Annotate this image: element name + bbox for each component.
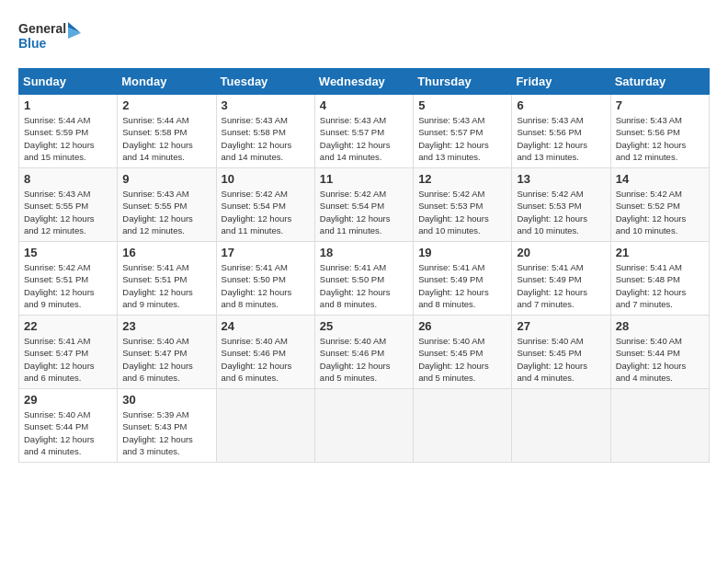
day-number: 4	[320, 98, 408, 112]
calendar-cell	[610, 389, 709, 463]
day-info: Sunrise: 5:40 AM Sunset: 5:46 PM Dayligh…	[320, 335, 408, 384]
day-info: Sunrise: 5:44 AM Sunset: 5:59 PM Dayligh…	[24, 114, 112, 163]
day-number: 6	[517, 98, 605, 112]
calendar-cell: 3Sunrise: 5:43 AM Sunset: 5:58 PM Daylig…	[216, 95, 314, 168]
day-number: 25	[320, 319, 408, 333]
day-info: Sunrise: 5:43 AM Sunset: 5:56 PM Dayligh…	[517, 114, 605, 163]
week-row-1: 1Sunrise: 5:44 AM Sunset: 5:59 PM Daylig…	[19, 95, 710, 168]
calendar-cell: 12Sunrise: 5:42 AM Sunset: 5:53 PM Dayli…	[414, 168, 512, 242]
calendar-header-row: SundayMondayTuesdayWednesdayThursdayFrid…	[19, 69, 710, 95]
day-info: Sunrise: 5:40 AM Sunset: 5:45 PM Dayligh…	[418, 335, 506, 384]
page-header: GeneralBlue	[18, 18, 710, 59]
calendar-cell: 15Sunrise: 5:42 AM Sunset: 5:51 PM Dayli…	[19, 242, 118, 316]
calendar-cell: 26Sunrise: 5:40 AM Sunset: 5:45 PM Dayli…	[414, 316, 512, 389]
calendar-cell: 29Sunrise: 5:40 AM Sunset: 5:44 PM Dayli…	[19, 389, 118, 463]
calendar-cell: 27Sunrise: 5:40 AM Sunset: 5:45 PM Dayli…	[512, 316, 610, 389]
day-number: 19	[418, 246, 506, 259]
calendar-cell: 9Sunrise: 5:43 AM Sunset: 5:55 PM Daylig…	[118, 168, 216, 242]
day-number: 30	[122, 393, 210, 407]
day-info: Sunrise: 5:41 AM Sunset: 5:50 PM Dayligh…	[222, 261, 310, 310]
col-header-monday: Monday	[118, 69, 216, 95]
day-info: Sunrise: 5:43 AM Sunset: 5:58 PM Dayligh…	[222, 114, 310, 163]
logo-svg: GeneralBlue	[18, 18, 83, 59]
day-number: 21	[616, 246, 704, 259]
calendar-cell: 22Sunrise: 5:41 AM Sunset: 5:47 PM Dayli…	[19, 316, 118, 389]
col-header-saturday: Saturday	[610, 69, 709, 95]
week-row-4: 22Sunrise: 5:41 AM Sunset: 5:47 PM Dayli…	[19, 316, 710, 389]
day-info: Sunrise: 5:40 AM Sunset: 5:44 PM Dayligh…	[24, 408, 112, 457]
calendar-cell: 25Sunrise: 5:40 AM Sunset: 5:46 PM Dayli…	[314, 316, 413, 389]
calendar-cell: 7Sunrise: 5:43 AM Sunset: 5:56 PM Daylig…	[610, 95, 709, 168]
logo: GeneralBlue	[18, 18, 83, 59]
day-info: Sunrise: 5:42 AM Sunset: 5:52 PM Dayligh…	[616, 188, 704, 236]
day-info: Sunrise: 5:44 AM Sunset: 5:58 PM Dayligh…	[122, 114, 210, 163]
day-number: 8	[24, 172, 112, 186]
calendar-cell: 13Sunrise: 5:42 AM Sunset: 5:53 PM Dayli…	[512, 168, 610, 242]
day-number: 20	[517, 246, 605, 259]
day-info: Sunrise: 5:41 AM Sunset: 5:50 PM Dayligh…	[320, 261, 408, 310]
col-header-wednesday: Wednesday	[314, 69, 413, 95]
day-info: Sunrise: 5:41 AM Sunset: 5:49 PM Dayligh…	[418, 261, 506, 310]
day-info: Sunrise: 5:42 AM Sunset: 5:53 PM Dayligh…	[418, 188, 506, 236]
calendar-cell	[314, 389, 413, 463]
day-number: 28	[616, 319, 704, 333]
calendar-cell: 6Sunrise: 5:43 AM Sunset: 5:56 PM Daylig…	[512, 95, 610, 168]
day-number: 10	[222, 172, 310, 186]
day-number: 22	[24, 319, 112, 333]
calendar-cell: 1Sunrise: 5:44 AM Sunset: 5:59 PM Daylig…	[19, 95, 118, 168]
day-info: Sunrise: 5:42 AM Sunset: 5:54 PM Dayligh…	[222, 188, 310, 236]
svg-text:Blue: Blue	[18, 36, 47, 51]
day-number: 27	[517, 319, 605, 333]
day-info: Sunrise: 5:43 AM Sunset: 5:57 PM Dayligh…	[418, 114, 506, 163]
calendar-cell: 5Sunrise: 5:43 AM Sunset: 5:57 PM Daylig…	[414, 95, 512, 168]
svg-text:General: General	[18, 21, 66, 36]
day-number: 23	[122, 319, 210, 333]
calendar-cell: 28Sunrise: 5:40 AM Sunset: 5:44 PM Dayli…	[610, 316, 709, 389]
col-header-sunday: Sunday	[19, 69, 118, 95]
day-info: Sunrise: 5:43 AM Sunset: 5:56 PM Dayligh…	[616, 114, 704, 163]
day-number: 15	[24, 246, 112, 259]
day-number: 29	[24, 393, 112, 407]
col-header-tuesday: Tuesday	[216, 69, 314, 95]
day-info: Sunrise: 5:42 AM Sunset: 5:53 PM Dayligh…	[517, 188, 605, 236]
week-row-2: 8Sunrise: 5:43 AM Sunset: 5:55 PM Daylig…	[19, 168, 710, 242]
day-number: 11	[320, 172, 408, 186]
day-number: 1	[24, 98, 112, 112]
calendar-cell: 2Sunrise: 5:44 AM Sunset: 5:58 PM Daylig…	[118, 95, 216, 168]
day-number: 9	[122, 172, 210, 186]
day-number: 26	[418, 319, 506, 333]
calendar-cell: 30Sunrise: 5:39 AM Sunset: 5:43 PM Dayli…	[118, 389, 216, 463]
col-header-thursday: Thursday	[414, 69, 512, 95]
calendar-cell: 24Sunrise: 5:40 AM Sunset: 5:46 PM Dayli…	[216, 316, 314, 389]
day-number: 7	[616, 98, 704, 112]
day-info: Sunrise: 5:39 AM Sunset: 5:43 PM Dayligh…	[122, 408, 210, 457]
day-info: Sunrise: 5:41 AM Sunset: 5:48 PM Dayligh…	[616, 261, 704, 310]
day-number: 24	[222, 319, 310, 333]
day-info: Sunrise: 5:40 AM Sunset: 5:45 PM Dayligh…	[517, 335, 605, 384]
day-info: Sunrise: 5:40 AM Sunset: 5:46 PM Dayligh…	[222, 335, 310, 384]
day-info: Sunrise: 5:43 AM Sunset: 5:55 PM Dayligh…	[24, 188, 112, 236]
day-number: 13	[517, 172, 605, 186]
day-number: 17	[222, 246, 310, 259]
week-row-5: 29Sunrise: 5:40 AM Sunset: 5:44 PM Dayli…	[19, 389, 710, 463]
day-info: Sunrise: 5:43 AM Sunset: 5:55 PM Dayligh…	[122, 188, 210, 236]
calendar-cell	[512, 389, 610, 463]
calendar-cell	[216, 389, 314, 463]
calendar-cell: 20Sunrise: 5:41 AM Sunset: 5:49 PM Dayli…	[512, 242, 610, 316]
calendar-cell: 23Sunrise: 5:40 AM Sunset: 5:47 PM Dayli…	[118, 316, 216, 389]
col-header-friday: Friday	[512, 69, 610, 95]
day-info: Sunrise: 5:40 AM Sunset: 5:47 PM Dayligh…	[122, 335, 210, 384]
calendar-cell: 18Sunrise: 5:41 AM Sunset: 5:50 PM Dayli…	[314, 242, 413, 316]
calendar-cell: 4Sunrise: 5:43 AM Sunset: 5:57 PM Daylig…	[314, 95, 413, 168]
day-number: 12	[418, 172, 506, 186]
day-info: Sunrise: 5:40 AM Sunset: 5:44 PM Dayligh…	[616, 335, 704, 384]
calendar-cell: 14Sunrise: 5:42 AM Sunset: 5:52 PM Dayli…	[610, 168, 709, 242]
calendar-cell	[414, 389, 512, 463]
week-row-3: 15Sunrise: 5:42 AM Sunset: 5:51 PM Dayli…	[19, 242, 710, 316]
calendar-cell: 19Sunrise: 5:41 AM Sunset: 5:49 PM Dayli…	[414, 242, 512, 316]
day-info: Sunrise: 5:41 AM Sunset: 5:49 PM Dayligh…	[517, 261, 605, 310]
day-info: Sunrise: 5:43 AM Sunset: 5:57 PM Dayligh…	[320, 114, 408, 163]
day-number: 16	[122, 246, 210, 259]
calendar-table: SundayMondayTuesdayWednesdayThursdayFrid…	[18, 68, 710, 463]
day-info: Sunrise: 5:41 AM Sunset: 5:51 PM Dayligh…	[122, 261, 210, 310]
